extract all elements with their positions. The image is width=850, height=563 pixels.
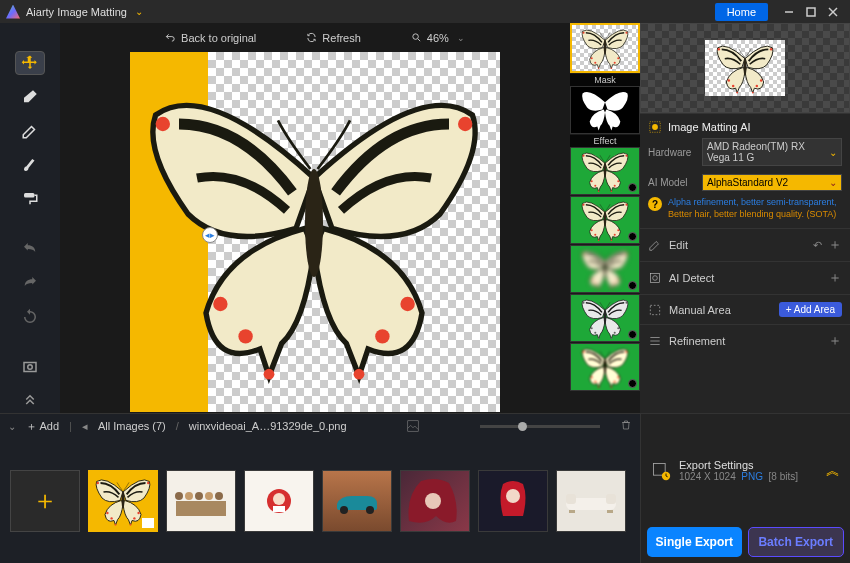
add-thumbnail-button[interactable]: ＋ [10,470,80,532]
thumbnail[interactable] [322,470,392,532]
hardware-select[interactable]: AMD Radeon(TM) RX Vega 11 G⌄ [702,138,842,166]
plus-icon[interactable]: ＋ [828,332,842,350]
thumbnail[interactable] [244,470,314,532]
model-select[interactable]: AlphaStandard V2⌄ [702,174,842,191]
thumb-size-slider[interactable] [480,425,600,428]
svg-rect-13 [24,193,35,198]
thumbnail-row: ＋ [0,438,640,563]
svg-rect-40 [569,510,575,513]
refresh-button[interactable]: Refresh [306,32,361,44]
maximize-button[interactable] [800,1,822,23]
eraser-tool[interactable] [15,85,45,109]
title-dropdown-icon[interactable]: ⌄ [135,6,143,17]
current-filename: winxvideoai_A…91329de_0.png [189,420,347,432]
undo-button[interactable] [15,237,45,261]
back-to-original-button[interactable]: Back to original [165,32,256,44]
svg-line-17 [418,39,420,41]
preview-mask[interactable] [570,86,640,134]
svg-point-19 [652,124,658,130]
svg-rect-32 [273,506,285,512]
mask-label: Mask [570,74,640,86]
roller-tool[interactable] [15,187,45,211]
effect-label: Effect [570,135,640,147]
svg-point-25 [185,492,193,500]
export-panel: Export Settings 1024 X 1024 PNG [8 bits]… [640,414,850,563]
panel-title: Image Matting AI [648,120,842,134]
home-button[interactable]: Home [715,3,768,21]
preview-background[interactable]: Background [570,147,640,195]
compare-tool[interactable] [15,355,45,379]
svg-rect-41 [607,510,613,513]
hardware-label: Hardware [648,147,696,158]
zoom-control[interactable]: 46%⌄ [411,32,465,44]
minimize-button[interactable] [778,1,800,23]
left-toolbar [0,23,60,413]
svg-point-15 [28,365,33,370]
svg-point-16 [413,34,419,40]
output-preview [640,23,850,113]
svg-point-28 [215,492,223,500]
add-image-button[interactable]: ＋ Add [26,419,59,434]
move-tool[interactable] [15,51,45,75]
thumbnail[interactable] [166,470,236,532]
canvas[interactable]: ◂▸ [60,48,570,413]
app-title: Aiarty Image Matting [26,6,127,18]
manual-icon [648,303,662,317]
info-icon: ? [648,197,662,211]
preview-pixelation[interactable]: Pixelation [570,343,640,391]
brush-tool[interactable] [15,153,45,177]
expand-export-icon[interactable]: ︽ [826,462,840,480]
thumbnail[interactable] [400,470,470,532]
thumbnail[interactable] [478,470,548,532]
svg-point-24 [175,492,183,500]
thumbs-header: ⌄ ＋ Add | ◂ All Images (7) / winxvideoai… [0,414,640,438]
collapse-thumbs-icon[interactable]: ⌄ [8,421,16,432]
preview-bw[interactable]: Black & White [570,294,640,342]
preview-blur[interactable]: Blur [570,245,640,293]
export-settings-icon [651,461,671,481]
manual-section[interactable]: Manual Area + Add Area [640,294,850,324]
titlebar: Aiarty Image Matting ⌄ Home [0,0,850,23]
batch-export-button[interactable]: Batch Export [748,527,845,557]
export-subtitle: 1024 X 1024 PNG [8 bits] [679,471,818,482]
detect-section[interactable]: AI Detect ＋ [640,261,850,294]
preview-strip: RGBA Mask Effect Background Feather Blur… [570,23,640,413]
svg-point-36 [506,489,520,503]
reset-button[interactable] [15,305,45,329]
refine-icon [648,334,662,348]
image-icon [406,419,420,433]
right-panel: Image Matting AI Hardware AMD Radeon(TM)… [640,23,850,413]
canvas-area: Back to original Refresh 46%⌄ ◂▸ [60,23,570,413]
export-title: Export Settings [679,459,818,471]
thumbnail[interactable] [556,470,626,532]
model-label: AI Model [648,177,696,188]
svg-rect-38 [566,494,576,504]
svg-rect-22 [650,305,659,314]
thumbnail[interactable] [88,470,158,532]
delete-button[interactable] [620,419,632,433]
edit-icon [648,238,662,252]
refinement-section[interactable]: Refinement ＋ [640,324,850,357]
plus-icon[interactable]: ＋ [828,269,842,287]
close-button[interactable] [822,1,844,23]
svg-rect-10 [807,8,815,16]
svg-rect-14 [24,363,36,372]
compare-slider-handle[interactable]: ◂▸ [202,227,218,243]
add-area-button[interactable]: + Add Area [779,302,842,317]
pencil-tool[interactable] [15,119,45,143]
preview-rgba[interactable]: RGBA [570,23,640,73]
detect-icon [648,271,662,285]
edit-section[interactable]: Edit ↶＋ [640,228,850,261]
svg-point-31 [273,493,285,505]
collection-name[interactable]: All Images (7) [98,420,166,432]
svg-point-33 [340,506,348,514]
plus-icon[interactable]: ＋ [828,236,842,254]
redo-button[interactable] [15,271,45,295]
preview-feather[interactable]: Feather [570,196,640,244]
svg-rect-29 [176,501,226,516]
collapse-tools-button[interactable] [15,389,45,413]
undo-icon[interactable]: ↶ [813,239,822,252]
svg-point-26 [195,492,203,500]
single-export-button[interactable]: Single Export [647,527,742,557]
svg-point-27 [205,492,213,500]
